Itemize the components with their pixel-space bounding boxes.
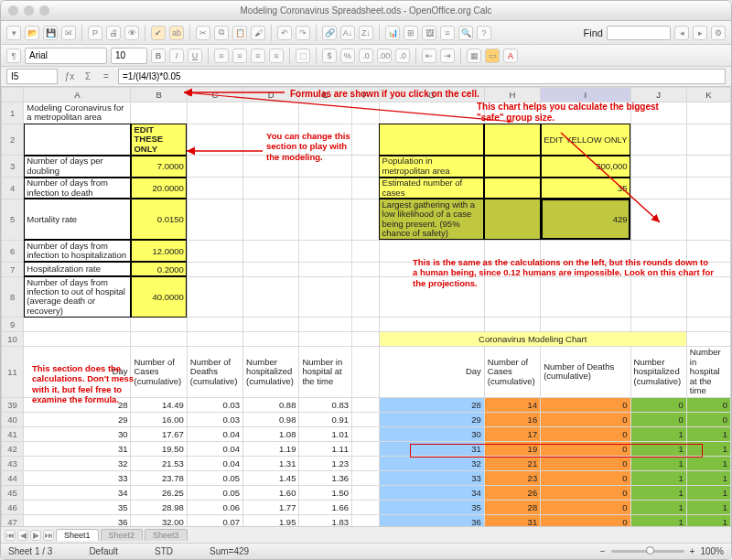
spreadsheet-grid[interactable]: ABCDEFGHIJK 1Modeling Coronavirus for a … bbox=[1, 87, 731, 526]
cell[interactable] bbox=[379, 318, 484, 332]
cell[interactable]: Number of days per doubling bbox=[24, 156, 131, 178]
cell[interactable]: 0 bbox=[686, 412, 730, 426]
cell[interactable] bbox=[686, 124, 730, 155]
cell[interactable]: 12.0000 bbox=[131, 240, 187, 262]
cell[interactable] bbox=[630, 102, 686, 124]
row-header[interactable]: 5 bbox=[2, 199, 24, 240]
cell[interactable] bbox=[352, 102, 380, 124]
col-A[interactable]: A bbox=[24, 88, 131, 102]
cell[interactable]: 35 bbox=[24, 500, 131, 514]
cell[interactable]: Number of Cases (cumulative) bbox=[131, 347, 187, 397]
formula-input[interactable] bbox=[118, 69, 726, 84]
cell[interactable] bbox=[299, 262, 352, 276]
cell[interactable] bbox=[352, 276, 380, 318]
tab-next-icon[interactable]: ▶ bbox=[30, 530, 41, 541]
italic-icon[interactable]: I bbox=[169, 48, 184, 63]
cell[interactable]: 29 bbox=[379, 412, 484, 426]
cell[interactable]: 0 bbox=[541, 456, 630, 470]
cell[interactable] bbox=[541, 262, 630, 276]
cell[interactable]: 31 bbox=[379, 441, 484, 456]
cell[interactable] bbox=[630, 199, 686, 240]
col-header-row[interactable]: ABCDEFGHIJK bbox=[2, 88, 731, 102]
cell[interactable] bbox=[686, 262, 730, 276]
cell[interactable]: 0.83 bbox=[299, 397, 352, 412]
col-H[interactable]: H bbox=[484, 88, 540, 102]
row-header[interactable]: 46 bbox=[2, 500, 24, 514]
cell[interactable] bbox=[243, 178, 299, 199]
cell[interactable]: Number hospitalized (cumulative) bbox=[243, 347, 299, 397]
row-header[interactable]: 3 bbox=[2, 156, 24, 178]
cell[interactable]: 28 bbox=[484, 500, 540, 514]
cell[interactable]: 17 bbox=[484, 426, 540, 441]
align-justify-icon[interactable]: ≡ bbox=[269, 48, 284, 63]
cell[interactable] bbox=[352, 470, 380, 485]
cell[interactable] bbox=[187, 318, 242, 332]
zoom-slider[interactable] bbox=[611, 550, 684, 553]
cell[interactable] bbox=[352, 412, 380, 426]
cell[interactable]: Number in hospital at the time bbox=[299, 347, 352, 397]
number-icon[interactable]: .0 bbox=[359, 48, 373, 63]
indent-dec-icon[interactable]: ⇤ bbox=[422, 48, 436, 63]
cut-icon[interactable]: ✂ bbox=[196, 26, 210, 40]
cell[interactable] bbox=[352, 426, 380, 441]
cell[interactable]: 0 bbox=[541, 426, 630, 441]
cell[interactable]: 19 bbox=[484, 441, 540, 456]
cell[interactable]: 1.31 bbox=[243, 456, 299, 470]
cell[interactable] bbox=[24, 124, 131, 155]
cell[interactable]: 34 bbox=[24, 485, 131, 500]
datasource-icon[interactable]: ≡ bbox=[440, 26, 455, 40]
email-icon[interactable]: ✉ bbox=[61, 26, 76, 40]
cell[interactable] bbox=[484, 124, 540, 155]
find-prev-icon[interactable]: ◂ bbox=[674, 26, 689, 40]
cell[interactable]: Hospitalization rate bbox=[24, 262, 131, 276]
undo-icon[interactable]: ↶ bbox=[277, 26, 292, 40]
cell[interactable] bbox=[352, 441, 380, 456]
cell[interactable]: 1 bbox=[686, 485, 730, 500]
zoom-control[interactable]: − + 100% bbox=[600, 546, 724, 556]
sheet-area[interactable]: Formulas are shown if you click on the c… bbox=[1, 87, 731, 526]
cell[interactable]: Number of Cases (cumulative) bbox=[484, 347, 540, 397]
cell[interactable]: 14.49 bbox=[131, 397, 187, 412]
border-icon[interactable]: ▦ bbox=[467, 48, 481, 63]
sort-desc-icon[interactable]: Z↓ bbox=[359, 26, 373, 40]
link-icon[interactable]: 🔗 bbox=[322, 26, 337, 40]
cell[interactable] bbox=[299, 156, 352, 178]
cell[interactable] bbox=[630, 156, 686, 178]
cell[interactable]: 0.04 bbox=[187, 441, 242, 456]
col-J[interactable]: J bbox=[630, 88, 686, 102]
redo-icon[interactable]: ↷ bbox=[296, 26, 310, 40]
cell[interactable] bbox=[243, 102, 299, 124]
row-header[interactable]: 40 bbox=[2, 412, 24, 426]
decimal-inc-icon[interactable]: .00 bbox=[377, 48, 392, 63]
row-header[interactable]: 44 bbox=[2, 470, 24, 485]
sum-icon[interactable]: Σ bbox=[81, 70, 94, 83]
font-name-select[interactable] bbox=[25, 48, 107, 64]
col-C[interactable]: C bbox=[187, 88, 242, 102]
cell[interactable] bbox=[24, 318, 131, 332]
cell[interactable] bbox=[299, 276, 352, 318]
align-center-icon[interactable]: ≡ bbox=[232, 48, 247, 63]
cell[interactable] bbox=[686, 102, 730, 124]
cell[interactable] bbox=[352, 156, 380, 178]
col-F[interactable]: F bbox=[352, 88, 380, 102]
cell[interactable]: 35 bbox=[379, 500, 484, 514]
pdf-icon[interactable]: P bbox=[88, 26, 102, 40]
cell[interactable] bbox=[187, 156, 242, 178]
cell[interactable] bbox=[187, 178, 242, 199]
row-header[interactable]: 6 bbox=[2, 240, 24, 262]
cell[interactable]: 20.0000 bbox=[131, 178, 187, 199]
cell[interactable]: 0.0150 bbox=[131, 199, 187, 240]
cell[interactable] bbox=[379, 124, 484, 155]
cell[interactable] bbox=[299, 124, 352, 155]
cell[interactable]: 31 bbox=[484, 514, 540, 526]
new-icon[interactable]: ▾ bbox=[6, 26, 21, 40]
cell[interactable]: 1.77 bbox=[243, 500, 299, 514]
col-D[interactable]: D bbox=[243, 88, 299, 102]
cell[interactable]: 1.19 bbox=[243, 441, 299, 456]
underline-icon[interactable]: U bbox=[188, 48, 202, 63]
tab-sheet3[interactable]: Sheet3 bbox=[145, 529, 188, 541]
cell[interactable]: 7.0000 bbox=[131, 156, 187, 178]
cell[interactable] bbox=[24, 332, 131, 347]
cell[interactable] bbox=[630, 318, 686, 332]
gallery-icon[interactable]: 🖼 bbox=[422, 26, 436, 40]
